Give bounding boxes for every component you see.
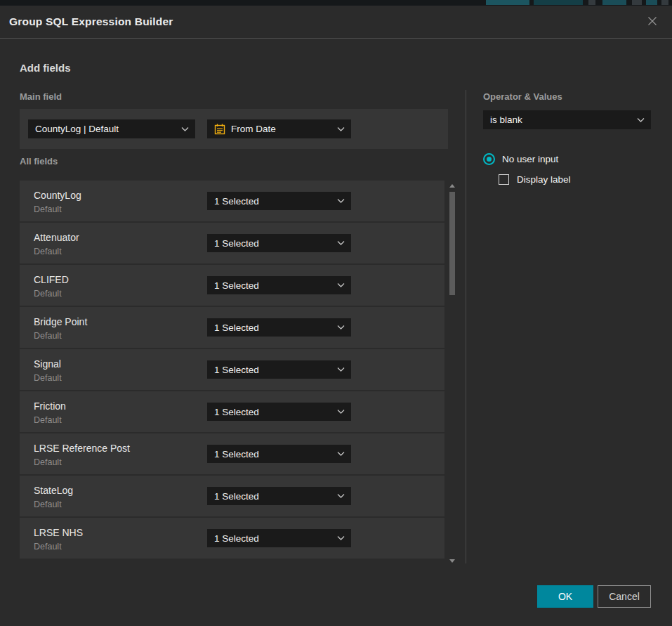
field-name: LRSE Reference Post <box>34 443 130 454</box>
background-fragment <box>632 0 642 5</box>
field-selection-value: 1 Selected <box>214 533 259 544</box>
field-name: Bridge Point <box>34 316 87 327</box>
field-selection-dropdown[interactable]: 1 Selected <box>207 529 351 547</box>
field-row: LRSE NHS Default 1 Selected <box>20 518 444 559</box>
add-fields-heading: Add fields <box>20 62 71 74</box>
ok-button[interactable]: OK <box>537 585 593 608</box>
field-sublabel: Default <box>34 204 62 214</box>
field-selection-dropdown[interactable]: 1 Selected <box>207 487 351 505</box>
dialog-title: Group SQL Expression Builder <box>9 15 173 28</box>
no-user-input-label: No user input <box>502 154 558 164</box>
field-row: CountyLog Default 1 Selected <box>20 181 444 221</box>
vertical-divider <box>466 90 466 563</box>
chevron-down-icon <box>337 494 345 499</box>
scrollbar[interactable] <box>449 181 456 564</box>
chevron-down-icon <box>337 536 345 541</box>
field-selection-value: 1 Selected <box>214 280 259 291</box>
field-selection-dropdown[interactable]: 1 Selected <box>207 360 351 379</box>
field-selection-value: 1 Selected <box>214 407 259 417</box>
scroll-down-icon[interactable] <box>449 559 455 563</box>
operator-dropdown-value: is blank <box>490 115 522 125</box>
field-dropdown[interactable]: From Date <box>207 119 351 138</box>
radio-selected-icon <box>483 153 495 165</box>
background-fragment <box>661 0 668 5</box>
field-row: LRSE Reference Post Default 1 Selected <box>20 433 444 474</box>
main-field-panel: CountyLog | Default From Date <box>20 109 448 149</box>
field-name: Friction <box>34 400 66 412</box>
layer-dropdown-value: CountyLog | Default <box>35 124 119 134</box>
field-selection-dropdown[interactable]: 1 Selected <box>207 276 351 294</box>
field-name: CLIFED <box>34 274 69 285</box>
field-selection-dropdown[interactable]: 1 Selected <box>207 445 351 463</box>
field-name: Signal <box>34 358 61 370</box>
background-fragment <box>588 0 595 5</box>
display-label-text: Display label <box>517 174 571 185</box>
field-sublabel: Default <box>34 247 62 256</box>
field-selection-value: 1 Selected <box>214 238 259 249</box>
field-sublabel: Default <box>34 542 62 552</box>
chevron-down-icon <box>637 117 645 122</box>
main-field-label: Main field <box>20 91 62 102</box>
background-fragment <box>602 0 626 5</box>
chevron-down-icon <box>337 241 345 246</box>
field-selection-dropdown[interactable]: 1 Selected <box>207 318 351 337</box>
scroll-up-icon[interactable] <box>449 184 455 188</box>
field-sublabel: Default <box>34 500 62 509</box>
chevron-down-icon <box>337 410 345 415</box>
field-sublabel: Default <box>34 331 62 341</box>
screen: Group SQL Expression Builder Add fields … <box>0 0 672 626</box>
field-name: CountyLog <box>34 190 81 201</box>
field-sublabel: Default <box>34 289 62 299</box>
chevron-down-icon <box>181 126 189 131</box>
field-row: Signal Default 1 Selected <box>20 349 444 390</box>
chevron-down-icon <box>337 283 345 288</box>
all-fields-list: CountyLog Default 1 Selected Attenuator … <box>20 181 444 560</box>
no-user-input-option[interactable]: No user input <box>483 153 558 165</box>
operator-values-label: Operator & Values <box>483 91 562 102</box>
layer-dropdown[interactable]: CountyLog | Default <box>28 119 195 138</box>
field-row: Bridge Point Default 1 Selected <box>20 307 444 348</box>
field-selection-value: 1 Selected <box>214 449 259 459</box>
field-selection-dropdown[interactable]: 1 Selected <box>207 403 351 421</box>
chevron-down-icon <box>337 325 345 330</box>
chevron-down-icon <box>337 452 345 457</box>
close-icon <box>647 15 658 29</box>
field-selection-dropdown[interactable]: 1 Selected <box>207 234 351 252</box>
dialog-titlebar: Group SQL Expression Builder <box>0 6 672 39</box>
field-selection-value: 1 Selected <box>214 322 259 333</box>
field-row: StateLog Default 1 Selected <box>20 476 444 516</box>
close-button[interactable] <box>645 15 659 29</box>
field-name: StateLog <box>34 485 73 496</box>
field-row: Attenuator Default 1 Selected <box>20 223 444 263</box>
cancel-button[interactable]: Cancel <box>598 585 651 608</box>
operator-dropdown[interactable]: is blank <box>483 110 651 129</box>
field-sublabel: Default <box>34 415 62 425</box>
display-label-option[interactable]: Display label <box>499 174 571 185</box>
field-selection-dropdown[interactable]: 1 Selected <box>207 192 351 210</box>
field-row: Friction Default 1 Selected <box>20 391 444 432</box>
field-name: Attenuator <box>34 232 79 243</box>
field-selection-value: 1 Selected <box>214 196 259 207</box>
background-page-strip <box>0 0 672 6</box>
background-fragment <box>534 0 583 5</box>
calendar-icon <box>214 124 225 135</box>
field-dropdown-value: From Date <box>231 124 276 134</box>
group-sql-expression-builder-dialog: Group SQL Expression Builder Add fields … <box>0 6 672 626</box>
scrollbar-thumb[interactable] <box>449 192 455 295</box>
checkbox-unchecked-icon <box>499 174 509 185</box>
field-selection-value: 1 Selected <box>214 491 259 502</box>
field-row: CLIFED Default 1 Selected <box>20 265 444 306</box>
background-fragment <box>486 0 529 5</box>
field-name: LRSE NHS <box>34 527 83 538</box>
field-sublabel: Default <box>34 457 62 467</box>
field-sublabel: Default <box>34 373 62 383</box>
chevron-down-icon <box>337 126 345 131</box>
all-fields-label: All fields <box>20 156 58 167</box>
chevron-down-icon <box>337 199 345 204</box>
chevron-down-icon <box>337 367 345 372</box>
field-selection-value: 1 Selected <box>214 365 259 375</box>
background-fragment <box>646 0 657 5</box>
